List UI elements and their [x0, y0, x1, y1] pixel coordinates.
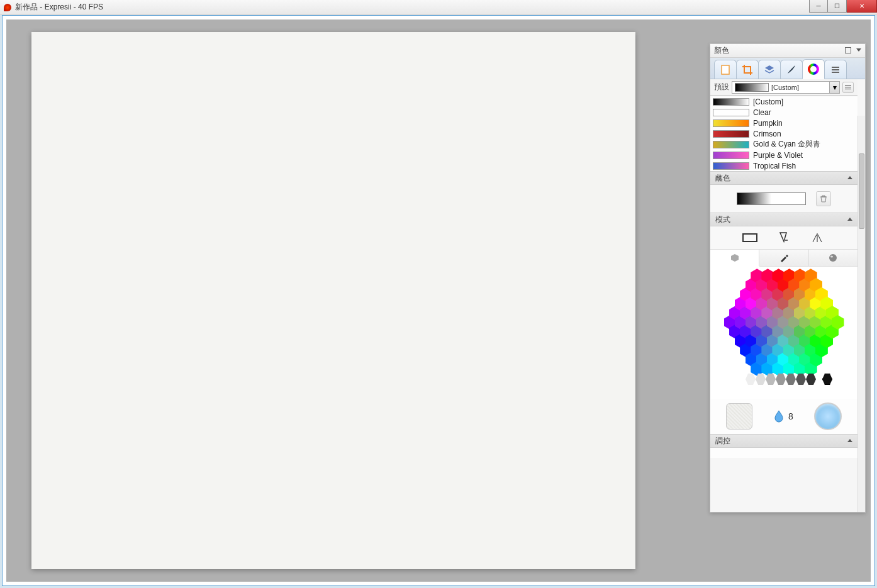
preset-item-label: Purple & Violet [753, 151, 803, 160]
minimize-button[interactable]: ─ [809, 0, 828, 13]
water-amount[interactable]: 8 [773, 409, 793, 423]
collapse-icon [847, 218, 852, 221]
crop-icon [741, 64, 754, 76]
app-icon [4, 4, 11, 11]
preset-item-swatch [713, 109, 749, 116]
svg-point-5 [830, 256, 833, 258]
tab-crop[interactable] [736, 60, 759, 79]
gray-hex-cell[interactable] [776, 374, 786, 385]
rectangle-icon [742, 233, 757, 242]
preset-dropdown[interactable]: [Custom] ▾ [732, 81, 840, 94]
tab-layers[interactable] [758, 60, 781, 79]
preset-item-swatch [713, 152, 749, 159]
dip-row [710, 185, 857, 213]
paper-icon [719, 64, 732, 76]
panel-tabs [710, 58, 865, 79]
black-hex-cell[interactable] [822, 374, 832, 385]
preset-item[interactable]: Clear [710, 107, 857, 118]
tab-paper[interactable] [714, 60, 737, 79]
gray-hex-cell[interactable] [735, 374, 746, 385]
layers-icon [763, 64, 776, 76]
brush-icon [785, 64, 798, 76]
gray-hex-cell[interactable] [806, 374, 816, 385]
dip-label: 蘸色 [715, 173, 730, 184]
preset-item[interactable]: Gold & Cyan 金與青 [710, 139, 857, 150]
maximize-button[interactable]: ☐ [828, 0, 847, 13]
preset-item-label: Tropical Fish [753, 162, 796, 170]
preset-item[interactable]: Pumpkin [710, 118, 857, 128]
close-button[interactable]: ✕ [847, 0, 877, 13]
hex-color-picker[interactable] [710, 267, 857, 399]
preset-item-swatch [713, 130, 749, 138]
collapse-icon [847, 439, 852, 442]
preset-list[interactable]: [Custom]ClearPumpkinCrimsonGold & Cyan 金… [710, 96, 857, 171]
preset-list-toggle[interactable] [842, 82, 854, 93]
mode-label: 模式 [715, 214, 730, 225]
preset-item-label: Pumpkin [753, 119, 783, 128]
tab-menu[interactable] [824, 60, 847, 79]
panel-header[interactable]: 顏色 [710, 44, 865, 58]
preset-item[interactable]: [Custom] [710, 96, 857, 107]
mode-section-header[interactable]: 模式 [710, 213, 857, 226]
mode-row [710, 226, 857, 249]
preset-item-label: Crimson [753, 130, 781, 138]
color-panel: 顏色 [710, 43, 866, 513]
mirror-icon [812, 232, 824, 243]
preset-label: 預設 [714, 82, 729, 92]
app-frame: 顏色 [2, 15, 875, 586]
hamburger-icon [829, 64, 842, 76]
window-title: 新作品 - Expresii - 40 FPS [15, 2, 103, 13]
water-value: 8 [788, 411, 793, 421]
tab-color[interactable] [802, 59, 825, 79]
preset-item-swatch [713, 98, 749, 106]
hexagon-icon [730, 253, 740, 263]
tune-label: 調控 [715, 436, 730, 447]
canvas[interactable] [31, 32, 635, 569]
panel-menu-icon[interactable] [856, 48, 861, 52]
panel-title: 顏色 [714, 45, 729, 56]
sphere-icon [828, 253, 838, 263]
preset-item-label: Clear [753, 108, 771, 117]
collapse-icon [847, 176, 852, 179]
brush-color-preview[interactable] [814, 402, 842, 430]
picker-tab-sphere[interactable] [809, 250, 857, 266]
mode-tilt-button[interactable] [776, 231, 792, 244]
panel-scrollbar[interactable] [857, 116, 865, 512]
dip-gradient-swatch[interactable] [737, 192, 806, 205]
preset-item[interactable]: Purple & Violet [710, 150, 857, 160]
svg-rect-0 [722, 65, 729, 74]
svg-point-1 [809, 65, 818, 74]
dip-section-header[interactable]: 蘸色 [710, 171, 857, 185]
mode-mirror-button[interactable] [810, 231, 826, 244]
delete-dip-button[interactable] [816, 191, 831, 206]
gray-hex-cell[interactable] [746, 374, 756, 385]
preset-item-swatch [713, 141, 749, 148]
svg-marker-3 [731, 254, 739, 262]
picker-tab-hex[interactable] [710, 250, 759, 266]
preset-item-label: Gold & Cyan 金與青 [753, 139, 820, 150]
color-wheel-icon [807, 63, 820, 75]
trash-icon [819, 194, 828, 203]
tune-section-header[interactable]: 調控 [710, 434, 857, 448]
svg-rect-2 [743, 234, 757, 241]
tune-content-peek [710, 448, 857, 458]
scrollbar-thumb[interactable] [859, 153, 864, 229]
chevron-down-icon: ▾ [829, 82, 839, 93]
panel-detach-icon[interactable] [845, 47, 851, 53]
preset-item[interactable]: Tropical Fish [710, 160, 857, 171]
window-titlebar: 新作品 - Expresii - 40 FPS ─ ☐ ✕ [0, 0, 877, 15]
tab-brush[interactable] [780, 60, 803, 79]
gray-hex-cell[interactable] [796, 374, 806, 385]
water-drop-icon [773, 409, 785, 423]
shield-cursor-icon [778, 231, 790, 244]
preset-item-swatch [713, 119, 749, 127]
paper-texture-button[interactable] [726, 403, 752, 430]
workspace: 顏色 [6, 19, 871, 582]
picker-tabs [710, 249, 857, 267]
picker-tab-eyedropper[interactable] [759, 250, 808, 266]
preset-row: 預設 [Custom] ▾ [710, 79, 857, 96]
preset-item[interactable]: Crimson [710, 128, 857, 139]
gray-hex-cell[interactable] [786, 374, 796, 385]
mode-flat-button[interactable] [742, 231, 758, 244]
brush-preview-row: 8 [710, 399, 857, 434]
